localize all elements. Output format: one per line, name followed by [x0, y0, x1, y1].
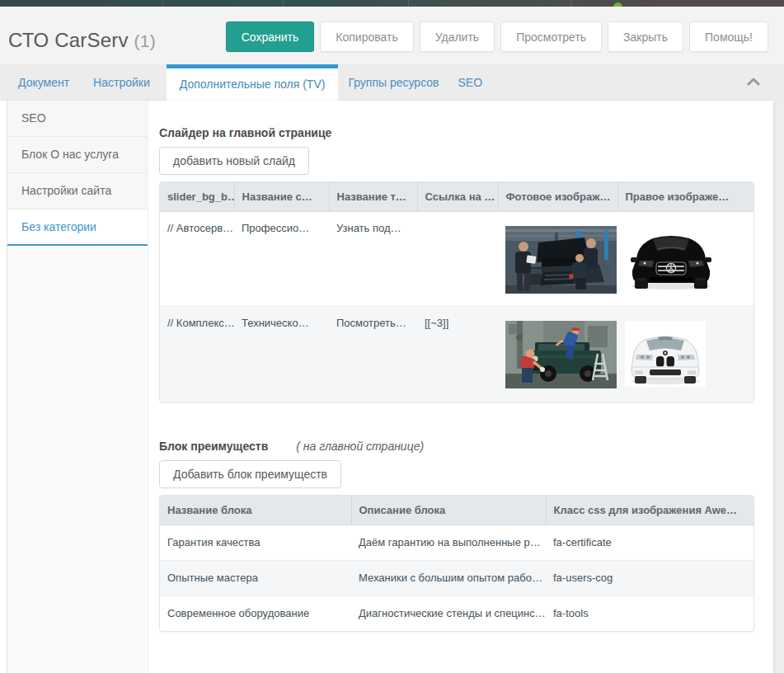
column-header: Фотовое изображ… — [498, 182, 617, 212]
cell-block-desc: Механики с большим опытом рабо… — [351, 560, 546, 595]
column-header: Описание блока — [351, 496, 546, 525]
tv-category-sidebar: SEO Блок О нас услуга Настройки сайта Бе… — [7, 101, 148, 673]
cell-block-desc: Диагностические стенды и специнс… — [351, 595, 546, 631]
delete-button[interactable]: Удалить — [420, 21, 495, 52]
benefit-row-1[interactable]: Гарантия качества Даём гарантию на выпол… — [160, 525, 754, 560]
tab-document[interactable]: Документ — [18, 64, 69, 101]
sidebar-item-no-category[interactable]: Без категории — [7, 209, 148, 246]
page-title: СТО CarServ (1) — [8, 29, 156, 52]
column-header: Класс css для изображения Awe… — [546, 496, 754, 525]
cell-title: Профессио… — [234, 212, 329, 307]
slider-table-header-row: slider_bg_b… Название с… Название т… Ссы… — [160, 182, 754, 212]
collapse-panel-button[interactable] — [746, 75, 761, 90]
cell-block-desc: Даём гарантию на выполненные р… — [351, 525, 546, 560]
menu-divider — [408, 0, 409, 7]
cell-button-text: Узнать под… — [329, 212, 417, 307]
cell-photo — [617, 307, 754, 402]
document-body: SEO Блок О нас услуга Настройки сайта Бе… — [0, 101, 773, 673]
slider-table: slider_bg_b… Название с… Название т… Ссы… — [159, 181, 754, 402]
slider-section-title: Слайдер на главной странице — [159, 126, 754, 139]
menu-divider — [283, 0, 284, 7]
benefit-row-3[interactable]: Современное оборудование Диагностические… — [160, 595, 754, 631]
column-header: Название с… — [234, 182, 329, 212]
menu-divider — [162, 0, 163, 7]
tabs: Документ Настройки Дополнительные поля (… — [0, 64, 784, 101]
sidebar-item-seo[interactable]: SEO — [7, 101, 148, 137]
duplicate-button[interactable]: Копировать — [320, 21, 413, 52]
save-button[interactable]: Сохранить — [226, 21, 315, 52]
tab-template-variables[interactable]: Дополнительные поля (TV) — [167, 64, 339, 101]
benefits-title-note: ( на главной странице) — [296, 440, 424, 453]
benefits-table: Название блока Описание блока Класс css … — [159, 495, 754, 633]
tv-main-panel: Слайдер на главной странице добавить нов… — [148, 101, 773, 673]
column-header: Правое изображе… — [617, 182, 754, 212]
column-header: Ссылка на … — [417, 182, 498, 212]
resource-title: СТО CarServ — [8, 29, 129, 51]
black-mercedes-front-photo — [625, 226, 717, 292]
help-button[interactable]: Помощь! — [689, 21, 768, 52]
tab-settings[interactable]: Настройки — [93, 64, 150, 101]
slider-row-1[interactable]: // Автосерв… Профессио… Узнать под… — [160, 212, 754, 307]
cell-css-class: fa-tools — [546, 595, 754, 631]
sidebar-item-site-settings[interactable]: Настройки сайта — [7, 173, 148, 209]
slider-row-2[interactable]: // Комплекс… Техническо… Посмотреть… [[~… — [160, 307, 754, 402]
cell-link: [[~3]] — [417, 307, 498, 402]
cell-button-text: Посмотреть… — [329, 307, 417, 402]
tab-seo[interactable]: SEO — [458, 64, 483, 101]
cell-photo — [617, 212, 754, 307]
document-header: СТО CarServ (1) Сохранить Копировать Уда… — [0, 7, 784, 64]
cell-bg: // Комплекс… — [160, 307, 234, 402]
cell-css-class: fa-users-cog — [546, 560, 754, 595]
benefit-row-2[interactable]: Опытные мастера Механики с большим опыто… — [160, 560, 754, 595]
cell-css-class: fa-certificate — [546, 525, 754, 560]
cell-block-name: Опытные мастера — [160, 560, 351, 595]
suv-car-wash-photo — [505, 321, 617, 388]
add-slide-button[interactable]: добавить новый слайд — [159, 147, 309, 175]
tab-resource-groups[interactable]: Группы ресурсов — [348, 64, 439, 101]
chevron-up-icon — [747, 77, 760, 87]
white-bmw-front-photo — [625, 321, 706, 387]
cell-block-name: Гарантия качества — [160, 525, 351, 560]
benefits-title-text: Блок преимуществ — [159, 440, 268, 453]
column-header: Название блока — [160, 496, 351, 525]
close-button[interactable]: Закрыть — [608, 21, 683, 52]
menu-divider — [570, 0, 571, 7]
cell-bg: // Автосерв… — [160, 212, 234, 307]
document-tabbar: Документ Настройки Дополнительные поля (… — [0, 64, 784, 101]
preview-button[interactable]: Просмотреть — [500, 21, 602, 52]
cell-block-name: Современное оборудование — [160, 595, 351, 631]
cell-link — [417, 212, 498, 307]
mechanics-engine-photo — [505, 226, 617, 294]
column-header: Название т… — [329, 182, 417, 212]
sidebar-item-about-block[interactable]: Блок О нас услуга — [7, 137, 148, 173]
column-header: slider_bg_b… — [160, 182, 234, 212]
resource-id: (1) — [134, 31, 156, 50]
add-benefit-button[interactable]: Добавить блок преимуществ — [159, 460, 341, 488]
cell-title: Техническо… — [234, 307, 329, 402]
cell-photo — [498, 307, 617, 402]
header-actions: Сохранить Копировать Удалить Просмотреть… — [226, 21, 768, 52]
benefits-section-title: Блок преимуществ( на главной странице) — [159, 440, 754, 453]
benefits-table-header-row: Название блока Описание блока Класс css … — [160, 496, 754, 525]
cell-photo — [498, 212, 617, 307]
top-menu-bar — [0, 0, 784, 7]
